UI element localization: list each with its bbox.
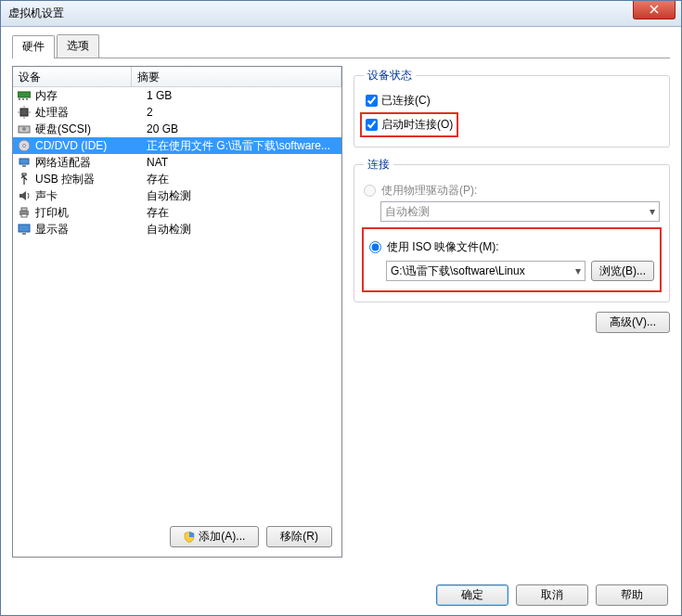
iso-radio-row[interactable]: 使用 ISO 映像文件(M): (369, 239, 654, 255)
device-name: CD/DVD (IDE) (35, 139, 147, 152)
highlight-box-iso: 使用 ISO 映像文件(M): G:\迅雷下载\software\Linux ▾… (362, 227, 662, 292)
device-row[interactable]: 打印机存在 (13, 204, 341, 221)
close-button[interactable] (633, 1, 676, 19)
tab-hardware[interactable]: 硬件 (12, 35, 55, 58)
svg-rect-3 (26, 98, 28, 100)
svg-rect-13 (19, 159, 29, 164)
col-device[interactable]: 设备 (13, 67, 132, 86)
device-summary: 正在使用文件 G:\迅雷下载\software... (147, 138, 338, 154)
right-column: 设备状态 已连接(C) 启动时连接(O) 连接 (354, 66, 670, 558)
dialog-footer: 确定 取消 帮助 (436, 584, 668, 606)
poweron-checkbox-row[interactable]: 启动时连接(O) (366, 117, 453, 133)
poweron-checkbox[interactable] (366, 119, 378, 131)
usb-icon (17, 172, 32, 186)
device-row[interactable]: 声卡自动检测 (13, 187, 341, 204)
device-row[interactable]: CD/DVD (IDE)正在使用文件 G:\迅雷下载\software... (13, 137, 341, 154)
advanced-row: 高级(V)... (354, 312, 670, 333)
add-button[interactable]: 添加(A)... (170, 526, 259, 547)
client-area: 硬件 选项 设备 摘要 内存1 GB处理器2硬盘(SCSI)20 GBCD/DV… (1, 27, 681, 615)
ok-button[interactable]: 确定 (436, 584, 508, 606)
svg-rect-1 (19, 98, 20, 100)
advanced-button[interactable]: 高级(V)... (596, 312, 670, 333)
physical-drive-combo: 自动检测 ▾ (380, 201, 660, 222)
device-list: 设备 摘要 内存1 GB处理器2硬盘(SCSI)20 GBCD/DVD (IDE… (12, 66, 342, 558)
help-button[interactable]: 帮助 (596, 584, 668, 606)
close-icon (650, 5, 659, 14)
tab-options[interactable]: 选项 (57, 34, 99, 58)
chevron-down-icon: ▾ (650, 205, 655, 218)
disk-icon (17, 122, 32, 136)
remove-button[interactable]: 移除(R) (266, 526, 332, 547)
device-row[interactable]: 显示器自动检测 (13, 221, 341, 237)
svg-rect-16 (21, 208, 27, 211)
device-summary: NAT (147, 156, 338, 169)
device-name: 显示器 (35, 222, 147, 237)
connected-checkbox-row[interactable]: 已连接(C) (366, 93, 660, 109)
browse-button[interactable]: 浏览(B)... (591, 261, 654, 281)
svg-rect-17 (21, 214, 27, 217)
device-name: USB 控制器 (35, 172, 147, 187)
device-summary: 存在 (147, 172, 338, 187)
device-row[interactable]: 处理器2 (13, 104, 341, 121)
device-summary: 1 GB (147, 89, 338, 102)
cd-icon (17, 138, 32, 153)
device-summary: 存在 (147, 205, 338, 221)
chevron-down-icon: ▾ (575, 264, 581, 277)
device-summary: 20 GB (147, 122, 338, 135)
svg-rect-14 (22, 165, 26, 167)
memory-icon (17, 88, 32, 103)
svg-rect-19 (22, 233, 26, 235)
cpu-icon (17, 105, 32, 120)
tab-strip: 硬件 选项 (12, 34, 670, 58)
titlebar: 虚拟机设置 (1, 1, 681, 27)
network-icon (17, 155, 32, 170)
connected-checkbox[interactable] (366, 95, 378, 107)
iso-path-combo[interactable]: G:\迅雷下载\software\Linux ▾ (386, 261, 585, 281)
shield-icon (184, 532, 195, 543)
device-row[interactable]: 网络适配器NAT (13, 154, 341, 171)
device-row[interactable]: 硬盘(SCSI)20 GB (13, 121, 341, 137)
sound-icon (17, 188, 32, 203)
device-name: 内存 (35, 88, 147, 104)
highlight-box-poweron: 启动时连接(O) (360, 112, 458, 137)
device-row[interactable]: USB 控制器存在 (13, 171, 341, 187)
svg-rect-18 (19, 225, 30, 232)
connection-group: 连接 使用物理驱动器(P): 自动检测 ▾ 使 (354, 157, 670, 302)
connection-legend: 连接 (364, 157, 393, 173)
svg-point-12 (23, 145, 26, 148)
window-title: 虚拟机设置 (8, 6, 64, 21)
svg-rect-2 (22, 98, 24, 100)
device-name: 硬盘(SCSI) (35, 122, 147, 137)
iso-radio[interactable] (369, 241, 381, 253)
iso-path-value: G:\迅雷下载\software\Linux (391, 263, 525, 279)
status-legend: 设备状态 (364, 68, 416, 83)
iso-row: G:\迅雷下载\software\Linux ▾ 浏览(B)... (386, 261, 654, 281)
svg-rect-4 (20, 109, 28, 116)
printer-icon (17, 205, 32, 220)
device-name: 处理器 (35, 105, 147, 121)
poweron-label: 启动时连接(O) (381, 117, 453, 133)
physical-value: 自动检测 (385, 204, 430, 220)
device-name: 声卡 (35, 188, 147, 204)
list-body: 内存1 GB处理器2硬盘(SCSI)20 GBCD/DVD (IDE)正在使用文… (13, 87, 341, 237)
connected-label: 已连接(C) (381, 93, 431, 109)
device-summary: 自动检测 (147, 188, 338, 204)
device-row[interactable]: 内存1 GB (13, 87, 341, 104)
physical-label: 使用物理驱动器(P): (381, 183, 477, 199)
left-column: 设备 摘要 内存1 GB处理器2硬盘(SCSI)20 GBCD/DVD (IDE… (12, 66, 342, 558)
svg-rect-0 (18, 92, 31, 97)
list-buttons: 添加(A)... 移除(R) (170, 526, 332, 547)
physical-radio-row[interactable]: 使用物理驱动器(P): (364, 183, 660, 199)
iso-label: 使用 ISO 映像文件(M): (387, 239, 499, 255)
physical-radio (364, 185, 376, 197)
device-summary: 自动检测 (147, 222, 338, 237)
columns: 设备 摘要 内存1 GB处理器2硬盘(SCSI)20 GBCD/DVD (IDE… (12, 66, 670, 558)
cancel-button[interactable]: 取消 (516, 584, 588, 606)
add-label: 添加(A)... (199, 529, 245, 545)
display-icon (17, 222, 32, 237)
device-summary: 2 (147, 106, 338, 119)
col-summary[interactable]: 摘要 (132, 67, 341, 86)
list-header: 设备 摘要 (13, 67, 341, 87)
device-status-group: 设备状态 已连接(C) 启动时连接(O) (354, 68, 670, 148)
device-name: 打印机 (35, 205, 147, 221)
